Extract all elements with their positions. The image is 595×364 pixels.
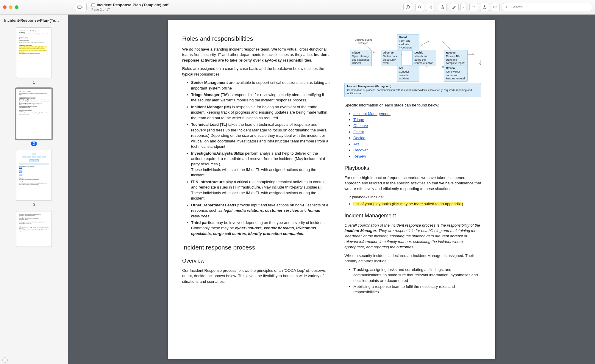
text: , [211,231,213,236]
minimize-window-button[interactable] [9,5,13,9]
share-button[interactable] [438,3,447,11]
info-button[interactable] [403,3,412,11]
text-bold: Other Department Leads [191,203,236,207]
text-bold: Triage Manager (TM) [191,92,229,97]
link-decide[interactable]: Decide [353,136,365,140]
document-filename: Incident-Response-Plan-(Template).pdf [97,3,168,7]
right-column: Security event detected TriageOpen, clas… [344,33,481,296]
diagram-box-triage: TriageOpen, classify and categorise inci… [350,50,372,66]
paragraph: When a security incident is declared an … [344,253,481,264]
highlight-button[interactable] [450,3,459,11]
zoom-in-icon [428,5,433,10]
text-italic: cyber insurers [235,226,262,230]
body: Incident-Response-Plan-(Te… Incident Res… [0,15,595,364]
heading-process: Incident response process [182,243,330,252]
document-title-area: Incident-Response-Plan-(Template).pdf Pa… [91,3,168,11]
chevron-down-icon [81,5,85,10]
link-incident-management[interactable]: Incident Management [353,112,391,116]
thumbnail-number: 2 [31,142,37,146]
diagram-label: Security event detected [353,38,374,45]
sidebar-doc-title: Incident-Response-Plan-(Te… [0,15,68,24]
heading-overview: Overview [182,257,330,265]
sidebar-toggle-button[interactable] [75,3,87,11]
text-bold: Investigators/Analysts/SMEs [191,151,244,156]
window-controls [3,5,18,9]
paragraph: For some high-impact or frequent scenari… [344,175,481,192]
search-field[interactable] [503,3,592,11]
text-bold: Technical Lead (TL) [191,122,227,127]
link-observe[interactable]: Observe [353,123,368,128]
diagram-box-observe: ObserveGather data on security event [381,50,402,66]
highlight-menu-button[interactable] [460,3,466,11]
page-content: Roles and responsibilities We do not hav… [168,20,495,359]
list-item: Incident Management [353,111,481,117]
paragraph: Our playbooks include: [344,194,481,200]
text: Open, classify and categorise incident [352,55,369,65]
titlebar: Incident-Response-Plan-(Template).pdf Pa… [0,0,595,15]
list-item: IT & Infrastructure play a critical role… [191,179,330,201]
text-bold: Orient [399,36,417,39]
svg-line-9 [431,8,432,9]
list-item: Other Department Leads provide input and… [191,203,330,219]
diagram-box-act: ActConduct remedial activities [397,65,419,82]
rotate-button[interactable] [469,3,478,11]
thumbnail-page-3[interactable]: Lorem ipsum dolor sit amet consectetur •… [0,150,68,207]
diagram-box-decide: DecideIdentify and agree the course of a… [412,50,435,66]
markup-icon [482,5,487,10]
text-bold: Senior Management [191,80,228,85]
form-icon [493,5,498,10]
document-viewer[interactable]: Roles and responsibilities We do not hav… [68,15,595,364]
left-column: Roles and responsibilities We do not hav… [182,33,330,296]
list-item: Technical Lead (TL) takes the lead on te… [191,122,330,149]
roles-list: Senior Management are available to suppo… [182,80,330,236]
text-italic: legal [224,208,232,213]
text-italic: surge call centres [213,231,246,236]
diagram-box-review: ReviewIdentify root cause and lessons le… [444,65,468,82]
diagram-box-orient: OrientForm and evaluate hypothesis [397,34,419,51]
zoom-window-button[interactable] [15,5,18,9]
text: Overall coordination of the incident res… [344,223,480,228]
thumbnail-page-4[interactable]: • Lorem ipsum dolor sit amet consectetur… [0,211,68,247]
markup-button[interactable] [480,3,489,11]
paragraph: Roles are assigned on a case-by-case bas… [182,66,330,77]
heading-roles: Roles and responsibilities [182,34,330,43]
list-item: Third parties may be involved depending … [191,220,330,236]
zoom-in-button[interactable] [426,3,435,11]
search-icon [505,5,510,9]
list-item: Triage Manager (TM) is responsible for r… [191,92,330,103]
rotate-icon [471,5,476,10]
zoom-out-button[interactable] [415,3,424,11]
list-item: Act [353,142,481,147]
link-orient[interactable]: Orient [353,130,364,134]
diagram-box-management: Incident Management (throughout) Coordin… [344,83,481,97]
paragraph-italic: Overall coordination of the incident res… [344,223,481,250]
paragraph: We do not have a standing incident respo… [182,47,330,63]
thumbnail-page-2[interactable]: Roles and responsibilities Lorem ipsum d… [0,89,68,146]
list-item: Investigators/Analysts/SMEs perform anal… [191,151,330,178]
thumbnail-list[interactable]: Incident Response Plan (Template) Introd… [0,24,68,364]
search-input[interactable] [511,5,589,9]
thumbnail-page-1[interactable]: Incident Response Plan (Template) Introd… [0,27,68,84]
svg-point-17 [506,6,508,8]
text-italic: media relations [235,208,263,213]
link-review[interactable]: Review [353,154,366,159]
text-bold: Third parties [191,220,215,225]
im-activities-list: Tracking, assigning tasks and correlatin… [344,267,481,295]
form-button[interactable] [491,3,500,11]
share-icon [440,5,445,10]
close-window-button[interactable] [3,5,7,9]
paragraph: Specific information on each stage can b… [344,103,481,108]
link-act[interactable]: Act [353,142,359,146]
link-triage[interactable]: Triage [353,117,364,122]
text: Identify and agree the course of action [414,55,433,65]
add-page-button[interactable]: + [2,357,8,363]
text-bold: Triage [352,51,370,54]
list-item: Orient [353,129,481,135]
thumbnail-preview: Roles and responsibilities Lorem ipsum d… [16,89,52,139]
list-item: Senior Management are available to suppo… [191,80,330,91]
list-item: Recover [353,148,481,153]
thumbnail-sidebar: Incident-Response-Plan-(Te… Incident Res… [0,15,68,364]
text-bold: Review [446,67,466,70]
app-window: Incident-Response-Plan-(Template).pdf Pa… [0,0,595,364]
link-recover[interactable]: Recover [353,148,368,152]
